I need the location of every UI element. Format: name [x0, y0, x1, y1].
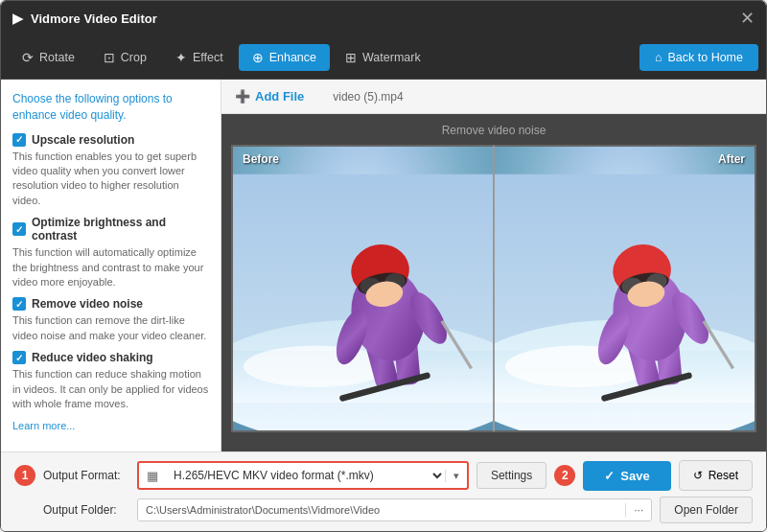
before-label: Before	[243, 152, 279, 166]
output-folder-label: Output Folder:	[43, 503, 129, 517]
after-frame: After	[494, 145, 756, 432]
back-home-button[interactable]: ⌂ Back to Home	[639, 44, 758, 71]
option-shaking: Reduce video shaking This function can r…	[12, 351, 209, 411]
format-select[interactable]: H.265/HEVC MKV video format (*.mkv)	[166, 463, 445, 488]
skier-svg-before	[233, 147, 493, 430]
app-title: Vidmore Video Editor	[31, 12, 157, 26]
video-filename: video (5).mp4	[333, 90, 403, 104]
save-button[interactable]: ✓ Save	[583, 461, 670, 491]
folder-browse-button[interactable]: ···	[625, 503, 651, 517]
format-select-wrapper: ▦ H.265/HEVC MKV video format (*.mkv) ▾	[137, 461, 469, 490]
svg-point-19	[505, 346, 651, 387]
option-noise-label[interactable]: Remove video noise	[12, 297, 209, 311]
crop-icon: ⊡	[104, 50, 115, 65]
save-checkmark-icon: ✓	[604, 469, 615, 483]
watermark-icon: ⊞	[345, 50, 357, 65]
bottom-bar: 1 Output Format: ▦ H.265/HEVC MKV video …	[1, 451, 766, 531]
before-video	[233, 147, 493, 430]
main-content: Choose the following options to enhance …	[1, 80, 766, 451]
option-brightness: Optimize brightness and contrast This fu…	[12, 216, 209, 289]
rotate-button[interactable]: ⟳ Rotate	[9, 44, 88, 71]
enhance-icon: ⊕	[252, 50, 264, 65]
option-upscale-desc: This function enables you to get superb …	[12, 150, 209, 209]
effect-button[interactable]: ✦ Effect	[162, 44, 237, 71]
format-dropdown-icon[interactable]: ▾	[445, 470, 467, 482]
badge-2: 2	[554, 465, 575, 486]
right-panel: ➕ Add File video (5).mp4 Remove video no…	[221, 80, 766, 451]
reset-icon: ↺	[693, 469, 703, 482]
rotate-icon: ⟳	[22, 50, 34, 65]
left-panel: Choose the following options to enhance …	[1, 80, 221, 451]
home-icon: ⌂	[655, 51, 662, 64]
option-upscale: Upscale resolution This function enables…	[12, 133, 209, 209]
skier-svg-after	[495, 147, 755, 430]
app-window: ▶ Vidmore Video Editor ✕ ⟳ Rotate ⊡ Crop…	[0, 0, 767, 532]
option-brightness-label[interactable]: Optimize brightness and contrast	[12, 216, 209, 243]
option-upscale-label[interactable]: Upscale resolution	[12, 133, 209, 147]
reset-button[interactable]: ↺ Reset	[679, 460, 753, 491]
effect-icon: ✦	[175, 50, 187, 65]
checkbox-upscale[interactable]	[12, 133, 26, 147]
option-shaking-label[interactable]: Reduce video shaking	[12, 351, 209, 364]
watermark-button[interactable]: ⊞ Watermark	[332, 44, 434, 71]
close-button[interactable]: ✕	[740, 8, 755, 29]
title-bar: ▶ Vidmore Video Editor ✕	[1, 1, 766, 35]
folder-row: Output Folder: ··· Open Folder	[14, 497, 753, 523]
before-after-comparison: Before	[231, 145, 756, 432]
panel-title: Choose the following options to enhance …	[12, 91, 209, 124]
video-header: ➕ Add File video (5).mp4	[221, 80, 766, 114]
checkbox-shaking[interactable]	[12, 351, 26, 364]
badge-1: 1	[14, 465, 35, 486]
enhance-button[interactable]: ⊕ Enhance	[239, 44, 330, 71]
settings-button[interactable]: Settings	[476, 462, 546, 489]
format-row: 1 Output Format: ▦ H.265/HEVC MKV video …	[14, 460, 753, 491]
after-video	[495, 147, 755, 430]
checkbox-brightness[interactable]	[12, 222, 26, 236]
add-file-button[interactable]: ➕ Add File	[235, 89, 304, 104]
folder-path-input[interactable]	[138, 499, 625, 520]
format-video-icon: ▦	[139, 469, 166, 483]
after-label: After	[718, 152, 745, 166]
toolbar: ⟳ Rotate ⊡ Crop ✦ Effect ⊕ Enhance ⊞ Wat…	[1, 35, 766, 80]
open-folder-button[interactable]: Open Folder	[660, 497, 753, 523]
option-noise: Remove video noise This function can rem…	[12, 297, 209, 343]
noise-label: Remove video noise	[442, 124, 546, 137]
option-noise-desc: This function can remove the dirt-like v…	[12, 313, 209, 343]
add-file-icon: ➕	[235, 89, 250, 104]
option-brightness-desc: This function will automatically optimiz…	[12, 245, 209, 289]
checkbox-noise[interactable]	[12, 297, 26, 311]
before-frame: Before	[231, 145, 494, 432]
title-bar-left: ▶ Vidmore Video Editor	[12, 11, 157, 26]
crop-button[interactable]: ⊡ Crop	[90, 44, 160, 71]
output-format-label: Output Format:	[43, 469, 129, 482]
svg-point-3	[244, 346, 389, 387]
folder-input-wrapper: ···	[137, 498, 652, 521]
video-preview-area: Remove video noise Before	[221, 114, 766, 451]
option-shaking-desc: This function can reduce shaking motion …	[12, 367, 209, 411]
learn-more-link[interactable]: Learn more...	[12, 420, 75, 431]
